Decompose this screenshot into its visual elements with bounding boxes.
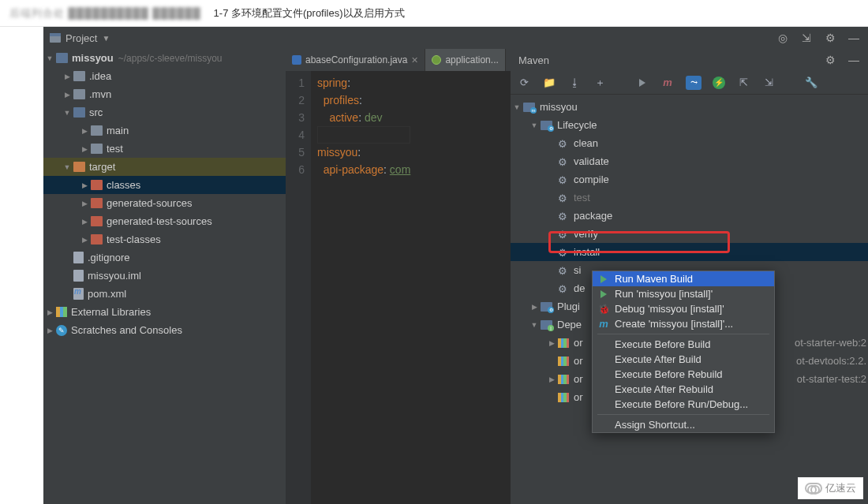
maven-goal-test[interactable]: ⚙test bbox=[511, 189, 868, 207]
tree-label: target bbox=[89, 161, 115, 173]
maven-goal-validate[interactable]: ⚙validate bbox=[511, 152, 868, 170]
hide-icon[interactable]: — bbox=[847, 32, 860, 44]
ctx-before-build[interactable]: Execute Before Build bbox=[593, 337, 774, 352]
hide-icon[interactable]: — bbox=[847, 54, 860, 66]
page-title: 1-7 多环境配置文件(profiles)以及启用方式 bbox=[214, 6, 405, 21]
run-icon[interactable] bbox=[635, 76, 649, 90]
spring-file-icon bbox=[432, 55, 441, 65]
dep-suffix: ot-starter-web:2 bbox=[795, 337, 868, 349]
folder-icon bbox=[91, 180, 103, 190]
tree-label: .mvn bbox=[89, 88, 111, 100]
maven-goal-clean[interactable]: ⚙clean bbox=[511, 134, 868, 152]
maven-label: test bbox=[574, 192, 590, 203]
file-icon bbox=[73, 252, 84, 263]
expand-all-icon[interactable]: ⇲ bbox=[761, 76, 776, 90]
maven-label: Lifecycle bbox=[557, 119, 597, 131]
tree-item-idea[interactable]: ▶.idea bbox=[43, 67, 286, 85]
ctx-assign-shortcut[interactable]: Assign Shortcut... bbox=[593, 417, 774, 432]
maven-header: Maven ⚙ — bbox=[511, 49, 868, 71]
separator bbox=[593, 331, 774, 337]
project-label-text: Project bbox=[65, 32, 97, 44]
ctx-run-install[interactable]: Run 'missyou [install]' bbox=[593, 286, 774, 301]
ctx-after-build[interactable]: Execute After Build bbox=[593, 352, 774, 367]
ctx-after-rebuild[interactable]: Execute After Rebuild bbox=[593, 382, 774, 397]
project-tree[interactable]: ▼ missyou ~/apps/c-sleeve/missyou ▶.idea… bbox=[43, 49, 286, 504]
ctx-debug-install[interactable]: 🐞Debug 'missyou [install]' bbox=[593, 301, 774, 316]
chevron-down-icon: ▼ bbox=[102, 34, 110, 43]
editor-area: abaseConfiguration.java✕ application... … bbox=[286, 49, 511, 504]
tree-label: test bbox=[107, 143, 123, 155]
tab-label: abaseConfiguration.java bbox=[305, 54, 407, 65]
tree-label: Scratches and Consoles bbox=[71, 324, 182, 336]
tree-root[interactable]: ▼ missyou ~/apps/c-sleeve/missyou bbox=[43, 49, 286, 67]
maven-goal-compile[interactable]: ⚙compile bbox=[511, 170, 868, 189]
generate-sources-icon[interactable]: 📁 bbox=[542, 76, 556, 90]
tree-item-src[interactable]: ▼src bbox=[43, 103, 286, 121]
gear-icon[interactable]: ⚙ bbox=[824, 54, 836, 66]
tree-item-main[interactable]: ▶main bbox=[43, 121, 286, 140]
ctx-run-maven-build[interactable]: Run Maven Build bbox=[593, 271, 774, 286]
tree-item-mvn[interactable]: ▶.mvn bbox=[43, 85, 286, 103]
gear-icon: ⚙ bbox=[558, 283, 569, 294]
tree-item-testcls[interactable]: ▶test-classes bbox=[43, 230, 286, 248]
ctx-before-run[interactable]: Execute Before Run/Debug... bbox=[593, 397, 774, 412]
maven-goal-install[interactable]: ⚙install bbox=[511, 243, 868, 261]
collapse-all-icon[interactable]: ⇱ bbox=[736, 76, 750, 90]
code-editor[interactable]: 123456 spring: profiles: active: dev mis… bbox=[286, 71, 511, 504]
wrench-icon[interactable]: 🔧 bbox=[804, 76, 818, 90]
tree-item-classes[interactable]: ▶classes bbox=[43, 176, 286, 194]
download-icon[interactable]: ⭳ bbox=[567, 76, 582, 90]
file-icon bbox=[73, 270, 84, 282]
tree-item-test[interactable]: ▶test bbox=[43, 140, 286, 158]
tree-label: classes bbox=[107, 179, 140, 191]
project-tool-label[interactable]: Project ▼ bbox=[43, 27, 122, 49]
add-icon[interactable]: ＋ bbox=[593, 76, 607, 90]
tree-item-pom[interactable]: pom.xml bbox=[43, 285, 286, 303]
collapse-icon[interactable]: ⇲ bbox=[800, 32, 813, 44]
maven-toolbar: ⟳ 📁 ⭳ ＋ m ⤳ ⚡ ⇱ ⇲ 🔧 bbox=[511, 71, 868, 95]
deps-icon: | bbox=[541, 320, 552, 330]
tree-label: main bbox=[107, 125, 129, 136]
tree-item-target[interactable]: ▼target bbox=[43, 158, 286, 176]
tree-item-iml[interactable]: missyou.iml bbox=[43, 267, 286, 285]
editor-tab-java[interactable]: abaseConfiguration.java✕ bbox=[286, 49, 425, 71]
maven-label: compile bbox=[574, 174, 609, 185]
plugins-icon: ⚙ bbox=[541, 302, 552, 312]
maven-label: or bbox=[574, 355, 583, 367]
tree-item-scratches[interactable]: ▶✎Scratches and Consoles bbox=[43, 321, 286, 339]
tree-item-ext-libs[interactable]: ▶External Libraries bbox=[43, 303, 286, 321]
tree-label: .idea bbox=[89, 70, 111, 82]
code-content[interactable]: spring: profiles: active: dev missyou: a… bbox=[311, 71, 410, 504]
ctx-label: Run 'missyou [install]' bbox=[615, 288, 713, 300]
maven-label: or bbox=[574, 373, 583, 385]
tree-item-gentest[interactable]: ▶generated-test-sources bbox=[43, 212, 286, 230]
close-icon[interactable]: ✕ bbox=[411, 55, 418, 65]
separator bbox=[593, 412, 774, 417]
maven-m-icon[interactable]: m bbox=[660, 76, 675, 90]
maven-lifecycle[interactable]: ▼⚙Lifecycle bbox=[511, 116, 868, 134]
gear-icon: ⚙ bbox=[558, 265, 569, 276]
maven-root[interactable]: ▼mmissyou bbox=[511, 98, 868, 116]
browser-topbar: 后端列合处 ██████████ ██████ 1-7 多环境配置文件(prof… bbox=[0, 0, 868, 27]
gear-icon[interactable]: ⚙ bbox=[824, 32, 836, 44]
tree-item-gensrc[interactable]: ▶generated-sources bbox=[43, 194, 286, 212]
scratches-icon: ✎ bbox=[56, 325, 67, 336]
maven-goal-verify[interactable]: ⚙verify bbox=[511, 225, 868, 243]
ctx-before-rebuild[interactable]: Execute Before Rebuild bbox=[593, 367, 774, 382]
java-file-icon bbox=[292, 55, 301, 65]
maven-label: de bbox=[574, 282, 585, 294]
tree-label: generated-sources bbox=[107, 197, 192, 209]
expand-icon[interactable]: ▼ bbox=[45, 54, 54, 62]
skip-tests-icon[interactable]: ⤳ bbox=[686, 76, 702, 90]
tree-item-gitignore[interactable]: .gitignore bbox=[43, 248, 286, 267]
reimport-icon[interactable]: ⟳ bbox=[517, 76, 531, 90]
offline-icon[interactable]: ⚡ bbox=[713, 77, 725, 89]
project-icon bbox=[50, 33, 61, 43]
maven-goal-package[interactable]: ⚙package bbox=[511, 207, 868, 225]
maven-label: verify bbox=[574, 228, 598, 240]
editor-tab-yaml[interactable]: application... bbox=[425, 49, 505, 71]
ctx-create-config[interactable]: mCreate 'missyou [install]'... bbox=[593, 316, 774, 331]
watermark-logo bbox=[805, 483, 822, 494]
locate-icon[interactable]: ◎ bbox=[776, 32, 789, 44]
ctx-label: Execute After Build bbox=[615, 353, 702, 365]
